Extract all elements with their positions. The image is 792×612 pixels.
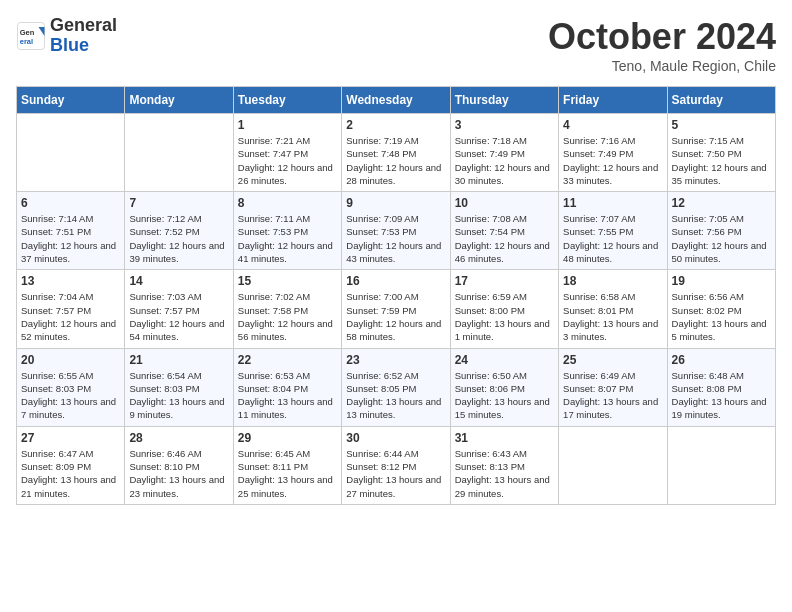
day-number: 1 bbox=[238, 118, 337, 132]
calendar-cell: 11Sunrise: 7:07 AM Sunset: 7:55 PM Dayli… bbox=[559, 192, 667, 270]
day-info: Sunrise: 7:09 AM Sunset: 7:53 PM Dayligh… bbox=[346, 212, 445, 265]
calendar-cell: 30Sunrise: 6:44 AM Sunset: 8:12 PM Dayli… bbox=[342, 426, 450, 504]
calendar-cell: 22Sunrise: 6:53 AM Sunset: 8:04 PM Dayli… bbox=[233, 348, 341, 426]
location-text: Teno, Maule Region, Chile bbox=[548, 58, 776, 74]
day-header-monday: Monday bbox=[125, 87, 233, 114]
day-info: Sunrise: 6:45 AM Sunset: 8:11 PM Dayligh… bbox=[238, 447, 337, 500]
calendar-cell: 8Sunrise: 7:11 AM Sunset: 7:53 PM Daylig… bbox=[233, 192, 341, 270]
day-number: 5 bbox=[672, 118, 771, 132]
svg-text:eral: eral bbox=[20, 36, 33, 45]
calendar-cell bbox=[17, 114, 125, 192]
day-number: 19 bbox=[672, 274, 771, 288]
day-number: 31 bbox=[455, 431, 554, 445]
calendar-cell bbox=[559, 426, 667, 504]
day-header-wednesday: Wednesday bbox=[342, 87, 450, 114]
page-header: Gen eral General Blue October 2024 Teno,… bbox=[16, 16, 776, 74]
day-number: 11 bbox=[563, 196, 662, 210]
week-row-1: 1Sunrise: 7:21 AM Sunset: 7:47 PM Daylig… bbox=[17, 114, 776, 192]
day-number: 13 bbox=[21, 274, 120, 288]
calendar-cell: 25Sunrise: 6:49 AM Sunset: 8:07 PM Dayli… bbox=[559, 348, 667, 426]
day-info: Sunrise: 7:15 AM Sunset: 7:50 PM Dayligh… bbox=[672, 134, 771, 187]
calendar-cell: 26Sunrise: 6:48 AM Sunset: 8:08 PM Dayli… bbox=[667, 348, 775, 426]
month-title: October 2024 bbox=[548, 16, 776, 58]
day-number: 9 bbox=[346, 196, 445, 210]
calendar-cell: 29Sunrise: 6:45 AM Sunset: 8:11 PM Dayli… bbox=[233, 426, 341, 504]
calendar-table: SundayMondayTuesdayWednesdayThursdayFrid… bbox=[16, 86, 776, 505]
day-number: 14 bbox=[129, 274, 228, 288]
logo-text: General Blue bbox=[50, 16, 117, 56]
day-info: Sunrise: 6:46 AM Sunset: 8:10 PM Dayligh… bbox=[129, 447, 228, 500]
day-info: Sunrise: 6:55 AM Sunset: 8:03 PM Dayligh… bbox=[21, 369, 120, 422]
calendar-cell: 17Sunrise: 6:59 AM Sunset: 8:00 PM Dayli… bbox=[450, 270, 558, 348]
day-number: 6 bbox=[21, 196, 120, 210]
day-info: Sunrise: 7:07 AM Sunset: 7:55 PM Dayligh… bbox=[563, 212, 662, 265]
day-number: 22 bbox=[238, 353, 337, 367]
day-info: Sunrise: 6:49 AM Sunset: 8:07 PM Dayligh… bbox=[563, 369, 662, 422]
day-number: 15 bbox=[238, 274, 337, 288]
day-info: Sunrise: 6:43 AM Sunset: 8:13 PM Dayligh… bbox=[455, 447, 554, 500]
day-info: Sunrise: 6:44 AM Sunset: 8:12 PM Dayligh… bbox=[346, 447, 445, 500]
day-info: Sunrise: 6:50 AM Sunset: 8:06 PM Dayligh… bbox=[455, 369, 554, 422]
calendar-cell: 12Sunrise: 7:05 AM Sunset: 7:56 PM Dayli… bbox=[667, 192, 775, 270]
calendar-cell: 10Sunrise: 7:08 AM Sunset: 7:54 PM Dayli… bbox=[450, 192, 558, 270]
day-number: 8 bbox=[238, 196, 337, 210]
day-number: 21 bbox=[129, 353, 228, 367]
day-info: Sunrise: 7:03 AM Sunset: 7:57 PM Dayligh… bbox=[129, 290, 228, 343]
day-number: 7 bbox=[129, 196, 228, 210]
day-info: Sunrise: 7:16 AM Sunset: 7:49 PM Dayligh… bbox=[563, 134, 662, 187]
day-info: Sunrise: 6:54 AM Sunset: 8:03 PM Dayligh… bbox=[129, 369, 228, 422]
day-header-tuesday: Tuesday bbox=[233, 87, 341, 114]
day-info: Sunrise: 6:48 AM Sunset: 8:08 PM Dayligh… bbox=[672, 369, 771, 422]
day-info: Sunrise: 6:58 AM Sunset: 8:01 PM Dayligh… bbox=[563, 290, 662, 343]
calendar-cell bbox=[125, 114, 233, 192]
svg-text:Gen: Gen bbox=[20, 27, 35, 36]
calendar-cell: 19Sunrise: 6:56 AM Sunset: 8:02 PM Dayli… bbox=[667, 270, 775, 348]
day-number: 26 bbox=[672, 353, 771, 367]
day-number: 18 bbox=[563, 274, 662, 288]
day-header-saturday: Saturday bbox=[667, 87, 775, 114]
day-info: Sunrise: 7:11 AM Sunset: 7:53 PM Dayligh… bbox=[238, 212, 337, 265]
calendar-cell: 7Sunrise: 7:12 AM Sunset: 7:52 PM Daylig… bbox=[125, 192, 233, 270]
week-row-3: 13Sunrise: 7:04 AM Sunset: 7:57 PM Dayli… bbox=[17, 270, 776, 348]
logo: Gen eral General Blue bbox=[16, 16, 117, 56]
day-number: 29 bbox=[238, 431, 337, 445]
day-number: 27 bbox=[21, 431, 120, 445]
day-header-sunday: Sunday bbox=[17, 87, 125, 114]
calendar-cell: 28Sunrise: 6:46 AM Sunset: 8:10 PM Dayli… bbox=[125, 426, 233, 504]
day-info: Sunrise: 6:59 AM Sunset: 8:00 PM Dayligh… bbox=[455, 290, 554, 343]
logo-icon: Gen eral bbox=[16, 21, 46, 51]
day-info: Sunrise: 7:21 AM Sunset: 7:47 PM Dayligh… bbox=[238, 134, 337, 187]
day-number: 30 bbox=[346, 431, 445, 445]
logo-blue-text: Blue bbox=[50, 36, 117, 56]
day-info: Sunrise: 7:04 AM Sunset: 7:57 PM Dayligh… bbox=[21, 290, 120, 343]
day-info: Sunrise: 6:53 AM Sunset: 8:04 PM Dayligh… bbox=[238, 369, 337, 422]
day-number: 24 bbox=[455, 353, 554, 367]
calendar-cell: 13Sunrise: 7:04 AM Sunset: 7:57 PM Dayli… bbox=[17, 270, 125, 348]
day-info: Sunrise: 6:52 AM Sunset: 8:05 PM Dayligh… bbox=[346, 369, 445, 422]
calendar-body: 1Sunrise: 7:21 AM Sunset: 7:47 PM Daylig… bbox=[17, 114, 776, 505]
day-number: 4 bbox=[563, 118, 662, 132]
calendar-cell: 23Sunrise: 6:52 AM Sunset: 8:05 PM Dayli… bbox=[342, 348, 450, 426]
day-number: 3 bbox=[455, 118, 554, 132]
week-row-2: 6Sunrise: 7:14 AM Sunset: 7:51 PM Daylig… bbox=[17, 192, 776, 270]
day-header-friday: Friday bbox=[559, 87, 667, 114]
day-number: 23 bbox=[346, 353, 445, 367]
week-row-4: 20Sunrise: 6:55 AM Sunset: 8:03 PM Dayli… bbox=[17, 348, 776, 426]
calendar-cell: 31Sunrise: 6:43 AM Sunset: 8:13 PM Dayli… bbox=[450, 426, 558, 504]
day-number: 25 bbox=[563, 353, 662, 367]
calendar-cell: 4Sunrise: 7:16 AM Sunset: 7:49 PM Daylig… bbox=[559, 114, 667, 192]
day-info: Sunrise: 6:47 AM Sunset: 8:09 PM Dayligh… bbox=[21, 447, 120, 500]
calendar-cell: 5Sunrise: 7:15 AM Sunset: 7:50 PM Daylig… bbox=[667, 114, 775, 192]
day-info: Sunrise: 7:02 AM Sunset: 7:58 PM Dayligh… bbox=[238, 290, 337, 343]
calendar-cell: 1Sunrise: 7:21 AM Sunset: 7:47 PM Daylig… bbox=[233, 114, 341, 192]
calendar-cell: 15Sunrise: 7:02 AM Sunset: 7:58 PM Dayli… bbox=[233, 270, 341, 348]
logo-general-text: General bbox=[50, 16, 117, 36]
week-row-5: 27Sunrise: 6:47 AM Sunset: 8:09 PM Dayli… bbox=[17, 426, 776, 504]
day-number: 16 bbox=[346, 274, 445, 288]
day-number: 20 bbox=[21, 353, 120, 367]
day-info: Sunrise: 7:18 AM Sunset: 7:49 PM Dayligh… bbox=[455, 134, 554, 187]
calendar-cell: 3Sunrise: 7:18 AM Sunset: 7:49 PM Daylig… bbox=[450, 114, 558, 192]
calendar-cell: 24Sunrise: 6:50 AM Sunset: 8:06 PM Dayli… bbox=[450, 348, 558, 426]
calendar-cell: 16Sunrise: 7:00 AM Sunset: 7:59 PM Dayli… bbox=[342, 270, 450, 348]
day-header-thursday: Thursday bbox=[450, 87, 558, 114]
